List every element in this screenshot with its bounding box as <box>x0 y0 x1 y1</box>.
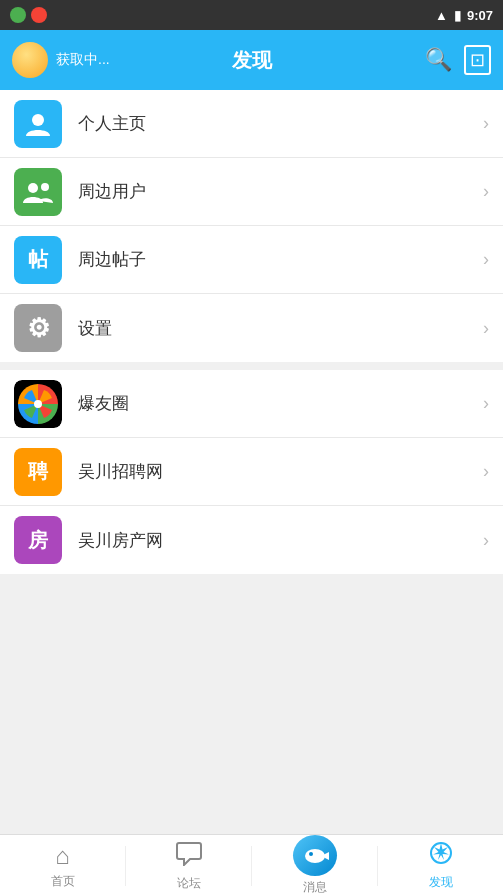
menu-item-nearby-posts[interactable]: 帖 周边帖子 › <box>0 226 503 294</box>
house-arrow: › <box>483 530 489 551</box>
settings-label: 设置 <box>78 317 483 340</box>
home-icon: ⌂ <box>55 842 70 870</box>
status-bar: ▲ ▮ 9:07 <box>0 0 503 30</box>
job-label: 吴川招聘网 <box>78 460 483 483</box>
status-bar-right: ▲ ▮ 9:07 <box>435 8 493 23</box>
header-left: 获取中... <box>12 42 172 78</box>
nearby-users-icon <box>14 168 62 216</box>
header: 获取中... 发现 🔍 ⊡ <box>0 30 503 90</box>
avatar <box>12 42 48 78</box>
tab-message[interactable]: 消息 <box>252 835 377 896</box>
nearby-posts-arrow: › <box>483 249 489 270</box>
header-title: 发现 <box>172 47 332 74</box>
menu-section-1: 个人主页 › 周边用户 › 帖 周边帖子 › ⚙ 设置 › <box>0 90 503 362</box>
friend-circle-arrow: › <box>483 393 489 414</box>
circle-icon-green <box>10 7 26 23</box>
svg-point-2 <box>41 183 49 191</box>
discover-label: 发现 <box>429 874 453 891</box>
tab-home[interactable]: ⌂ 首页 <box>0 835 125 896</box>
nearby-users-arrow: › <box>483 181 489 202</box>
content-area: 个人主页 › 周边用户 › 帖 周边帖子 › ⚙ 设置 › <box>0 90 503 834</box>
message-label: 消息 <box>303 879 327 896</box>
header-status-text: 获取中... <box>56 51 110 69</box>
menu-item-house[interactable]: 房 吴川房产网 › <box>0 506 503 574</box>
settings-icon: ⚙ <box>14 304 62 352</box>
svg-point-6 <box>309 852 313 856</box>
nearby-users-label: 周边用户 <box>78 180 483 203</box>
house-label: 吴川房产网 <box>78 529 483 552</box>
nearby-posts-label: 周边帖子 <box>78 248 483 271</box>
circle-icon-red <box>31 7 47 23</box>
svg-point-1 <box>28 183 38 193</box>
pinwheel-icon <box>14 380 62 428</box>
job-arrow: › <box>483 461 489 482</box>
battery-icon: ▮ <box>454 8 461 23</box>
search-icon[interactable]: 🔍 <box>425 47 452 73</box>
wifi-icon: ▲ <box>435 8 448 23</box>
svg-point-4 <box>34 400 42 408</box>
friend-circle-label: 爆友圈 <box>78 392 483 415</box>
header-icons: 🔍 ⊡ <box>331 45 491 75</box>
forum-icon <box>176 840 202 872</box>
job-icon: 聘 <box>14 448 62 496</box>
forum-label: 论坛 <box>177 875 201 892</box>
menu-item-friend-circle[interactable]: 爆友圈 › <box>0 370 503 438</box>
menu-item-nearby-users[interactable]: 周边用户 › <box>0 158 503 226</box>
scan-icon[interactable]: ⊡ <box>464 45 491 75</box>
discover-icon <box>429 841 453 871</box>
message-center-icon <box>293 835 337 876</box>
menu-item-job[interactable]: 聘 吴川招聘网 › <box>0 438 503 506</box>
status-bar-left <box>10 7 47 23</box>
time: 9:07 <box>467 8 493 23</box>
tab-forum[interactable]: 论坛 <box>126 835 251 896</box>
menu-item-settings[interactable]: ⚙ 设置 › <box>0 294 503 362</box>
menu-section-2: 爆友圈 › 聘 吴川招聘网 › 房 吴川房产网 › <box>0 370 503 574</box>
home-label: 首页 <box>51 873 75 890</box>
svg-point-0 <box>32 114 44 126</box>
profile-icon <box>14 100 62 148</box>
settings-arrow: › <box>483 318 489 339</box>
house-icon: 房 <box>14 516 62 564</box>
nearby-posts-icon: 帖 <box>14 236 62 284</box>
profile-arrow: › <box>483 113 489 134</box>
tab-discover[interactable]: 发现 <box>378 835 503 896</box>
menu-item-profile[interactable]: 个人主页 › <box>0 90 503 158</box>
profile-label: 个人主页 <box>78 112 483 135</box>
tab-bar: ⌂ 首页 论坛 消息 发现 <box>0 834 503 896</box>
